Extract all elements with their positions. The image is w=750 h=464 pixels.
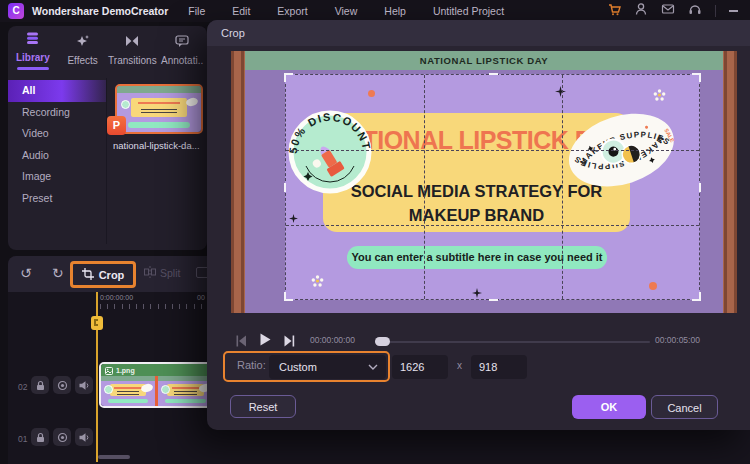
menu-edit[interactable]: Edit (232, 5, 250, 17)
redo-icon[interactable]: ↻ (52, 265, 64, 281)
dialog-title: Crop (207, 20, 750, 46)
crop-shade-right (700, 70, 723, 313)
category-all[interactable]: All (8, 80, 106, 102)
track-2-mute-icon[interactable] (75, 376, 93, 394)
png-type-badge: P (107, 116, 126, 135)
track-1-lock-icon[interactable] (31, 428, 49, 446)
crop-handle-right[interactable] (699, 183, 701, 192)
poster-banner: NATIONAL LIPSTICK DAY (245, 51, 723, 70)
annotation-bubble-icon (175, 34, 189, 52)
seek-slider[interactable] (375, 341, 650, 343)
dimension-separator: x (457, 360, 462, 371)
grid-line (286, 225, 699, 226)
grid-line (286, 150, 699, 151)
grid-line (562, 75, 563, 299)
track-2-label: 02 (18, 382, 27, 392)
asset-name: national-lipstick-da... (113, 140, 205, 151)
library-panel: Library Effects Transitions Annotati.. A… (8, 26, 207, 250)
asset-thumbnail[interactable] (115, 84, 203, 134)
track-2-visibility-icon[interactable] (53, 376, 71, 394)
tab-effects[interactable]: Effects (58, 26, 108, 74)
category-video[interactable]: Video (8, 123, 106, 145)
account-icon[interactable] (634, 2, 648, 20)
minimize-icon[interactable] (729, 10, 738, 12)
timeline-clip[interactable]: 1.png (99, 362, 215, 408)
crop-handle-left[interactable] (284, 183, 286, 192)
clip-header: 1.png (101, 364, 213, 376)
dialog-titlebar[interactable]: Crop (207, 20, 750, 46)
reset-button[interactable]: Reset (230, 395, 296, 418)
menu-export[interactable]: Export (277, 5, 307, 17)
crop-dialog: Crop NATIONAL LIPSTICK DAY NATIONAL LIPS… (207, 20, 750, 430)
poster-frame-left (231, 51, 245, 313)
poster-frame-right (723, 51, 737, 313)
app-logo-icon: C (8, 3, 24, 19)
message-icon[interactable] (661, 2, 675, 20)
category-recording[interactable]: Recording (8, 102, 106, 124)
split-button[interactable]: Split (144, 266, 180, 280)
menu-help[interactable]: Help (384, 5, 406, 17)
category-audio[interactable]: Audio (8, 145, 106, 167)
crop-handle-top[interactable] (489, 73, 498, 75)
track-2-lock-icon[interactable] (31, 376, 49, 394)
transitions-icon (125, 34, 139, 52)
crop-handle-br[interactable] (692, 292, 701, 301)
crop-preview: NATIONAL LIPSTICK DAY NATIONAL LIPSTICK … (231, 51, 737, 313)
ratio-selected-value: Custom (279, 355, 317, 379)
panel-divider (106, 78, 107, 244)
timeline-ruler[interactable] (100, 304, 208, 309)
current-time: 00:00:00:00 (310, 335, 355, 345)
crop-height-field[interactable]: 918 (471, 355, 527, 379)
horizontal-scrollbar[interactable] (98, 455, 130, 459)
crop-handle-tr[interactable] (692, 73, 701, 82)
undo-icon[interactable]: ↺ (20, 265, 32, 281)
playhead-marker[interactable] (91, 316, 103, 330)
play-icon[interactable] (260, 332, 271, 350)
ok-button[interactable]: OK (572, 395, 646, 419)
poster-body: NATIONAL LIPSTICK DAY SOCIAL MEDIA STRAT… (245, 70, 723, 313)
crop-handle-bl[interactable] (284, 292, 293, 301)
prev-frame-icon[interactable] (236, 333, 247, 351)
titlebar: C Wondershare DemoCreator File Edit Expo… (0, 0, 750, 22)
tab-annotations[interactable]: Annotati.. (157, 26, 207, 74)
track-1-mute-icon[interactable] (75, 428, 93, 446)
seek-handle[interactable] (375, 337, 390, 346)
titlebar-separator (715, 5, 716, 17)
clip-filmstrip (101, 376, 213, 406)
category-list: All Recording Video Audio Image Preset (8, 80, 106, 209)
support-headset-icon[interactable] (688, 2, 702, 20)
category-image[interactable]: Image (8, 166, 106, 188)
tab-transitions[interactable]: Transitions (108, 26, 158, 74)
clip-name: 1.png (116, 367, 135, 374)
crop-shade-left (245, 70, 285, 313)
cancel-button[interactable]: Cancel (651, 395, 718, 419)
tab-library[interactable]: Library (8, 26, 58, 74)
chevron-down-icon (368, 364, 378, 370)
crop-shade-bottom (285, 300, 700, 313)
project-name: Untitled Project (433, 5, 504, 17)
grid-line (424, 75, 425, 299)
store-icon[interactable] (607, 2, 621, 20)
track-1-visibility-icon[interactable] (53, 428, 71, 446)
ratio-dropdown[interactable]: Custom (269, 355, 386, 379)
asset-thumbnail-image (117, 86, 201, 132)
effects-sparkle-icon (76, 34, 90, 52)
split-icon (144, 266, 156, 280)
category-preset[interactable]: Preset (8, 188, 106, 210)
crop-handle-bottom[interactable] (489, 299, 498, 301)
crop-width-field[interactable]: 1626 (392, 355, 448, 379)
menu-view[interactable]: View (335, 5, 358, 17)
crop-button[interactable]: Crop (70, 261, 136, 288)
crop-handle-tl[interactable] (284, 73, 293, 82)
crop-selection[interactable] (285, 74, 700, 300)
ruler-next-time: 00 (197, 294, 205, 301)
crop-icon (82, 266, 94, 284)
ratio-label: Ratio: (237, 359, 266, 371)
library-stack-icon (25, 31, 40, 49)
ruler-start-time: 0:00:00:00 (100, 294, 133, 301)
library-tabs: Library Effects Transitions Annotati.. (8, 26, 207, 74)
menu-file[interactable]: File (188, 5, 205, 17)
next-frame-icon[interactable] (284, 333, 295, 351)
track-1-label: 01 (18, 434, 27, 444)
active-tab-underline (17, 67, 49, 70)
